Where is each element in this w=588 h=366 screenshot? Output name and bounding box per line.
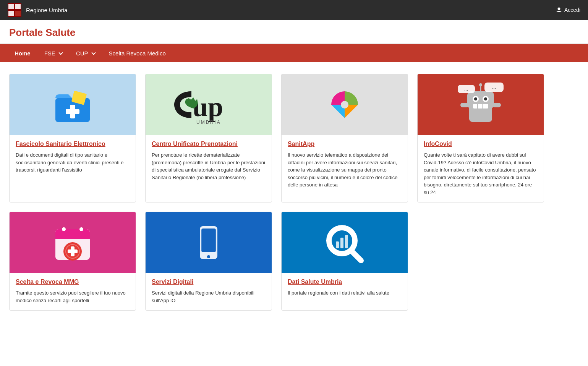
svg-text:...: ...: [464, 86, 468, 92]
svg-line-44: [351, 251, 361, 261]
card-image-cup: up UMBRIA: [146, 74, 272, 135]
card-sanitapp[interactable]: SanitApp Il nuovo servizio telematico a …: [281, 74, 408, 202]
svg-rect-48: [336, 241, 339, 248]
svg-point-34: [79, 227, 83, 231]
svg-point-18: [484, 97, 487, 100]
nav-scelta-revoca[interactable]: Scelta Revoca Medico: [102, 44, 173, 62]
page-title-bar: Portale Salute: [0, 20, 588, 44]
svg-rect-8: [66, 109, 79, 114]
card-mmg[interactable]: Scelta e Revoca MMG Tramite questo servi…: [9, 212, 136, 311]
card-image-mmg: [10, 212, 136, 273]
chevron-down-icon: [91, 50, 96, 55]
card-desc-mmg: Tramite questo servizio puoi scegliere i…: [16, 289, 130, 304]
card-empty: [417, 212, 544, 311]
svg-rect-25: [492, 103, 501, 107]
region-logo: [8, 3, 21, 17]
nav-fse[interactable]: FSE: [37, 44, 69, 62]
cards-row-2: Scelta e Revoca MMG Tramite questo servi…: [9, 212, 544, 311]
svg-point-12: [341, 101, 348, 109]
nav-cup[interactable]: CUP: [69, 44, 102, 62]
topbar: Regione Umbria Accedi: [0, 0, 588, 20]
card-title-sanitapp[interactable]: SanitApp: [288, 141, 402, 147]
card-title-infocovid[interactable]: InfoCovid: [424, 141, 538, 147]
card-fse[interactable]: Fascicolo Sanitario Elettronico Dati e d…: [9, 74, 136, 202]
card-title-servizi[interactable]: Servizi Digitali: [152, 279, 266, 285]
svg-point-33: [62, 227, 66, 231]
svg-rect-49: [340, 238, 343, 248]
svg-rect-24: [460, 103, 469, 107]
cup-icon: up UMBRIA: [170, 84, 247, 126]
card-desc-dati: Il portale regionale con i dati relativi…: [288, 289, 402, 297]
card-body-sanitapp: SanitApp Il nuovo servizio telematico a …: [282, 135, 408, 195]
card-dati[interactable]: Dati Salute Umbria Il portale regionale …: [281, 212, 408, 311]
svg-text:UMBRIA: UMBRIA: [196, 120, 221, 125]
card-body-cup: Centro Unificato Prenotazioni Per prenot…: [146, 135, 272, 187]
svg-rect-3: [8, 11, 14, 16]
user-icon: [556, 7, 562, 13]
svg-rect-32: [55, 235, 90, 239]
svg-rect-40: [201, 228, 216, 252]
main-content: Fascicolo Sanitario Elettronico Dati e d…: [0, 62, 588, 322]
card-body-mmg: Scelta e Revoca MMG Tramite questo servi…: [10, 273, 136, 310]
main-navbar: Home FSE CUP Scelta Revoca Medico: [0, 44, 588, 62]
svg-rect-37: [68, 249, 78, 253]
card-servizi[interactable]: Servizi Digitali Servizi digitali della …: [145, 212, 272, 311]
svg-point-17: [474, 97, 477, 100]
card-desc-sanitapp: Il nuovo servizio telematico a disposizi…: [288, 151, 402, 189]
sanitapp-icon: [320, 84, 369, 126]
card-body-fse: Fascicolo Sanitario Elettronico Dati e d…: [10, 135, 136, 180]
card-desc-fse: Dati e documenti digitali di tipo sanita…: [16, 151, 130, 174]
svg-rect-2: [15, 4, 21, 9]
cards-row-1: Fascicolo Sanitario Elettronico Dati e d…: [9, 74, 544, 202]
card-image-servizi: [146, 212, 272, 273]
svg-text:up: up: [193, 92, 223, 122]
card-cup[interactable]: up UMBRIA Centro Unificato Prenotazioni …: [145, 74, 272, 202]
page-title: Portale Salute: [9, 27, 579, 39]
svg-point-41: [207, 255, 210, 258]
card-title-dati[interactable]: Dati Salute Umbria: [288, 279, 402, 285]
card-infocovid[interactable]: ... ... InfoCovid Quante volte ti sarà c…: [417, 74, 544, 202]
region-name: Regione Umbria: [26, 7, 556, 13]
card-title-mmg[interactable]: Scelta e Revoca MMG: [16, 279, 130, 285]
card-body-dati: Dati Salute Umbria Il portale regionale …: [282, 273, 408, 303]
infocovid-icon: ... ...: [452, 82, 509, 128]
chevron-down-icon: [58, 50, 63, 55]
servizi-icon: [184, 222, 233, 264]
svg-rect-1: [8, 4, 14, 9]
fse-icon: [52, 84, 94, 126]
card-body-servizi: Servizi Digitali Servizi digitali della …: [146, 273, 272, 310]
nav-home[interactable]: Home: [8, 44, 37, 62]
card-image-sanitapp: [282, 74, 408, 135]
card-desc-infocovid: Quante volte ti sarà capitato di avere d…: [424, 151, 538, 196]
svg-rect-4: [15, 11, 21, 16]
card-image-dati: [282, 212, 408, 273]
mmg-icon: [48, 222, 97, 264]
svg-text:...: ...: [492, 84, 496, 90]
svg-point-23: [479, 83, 482, 86]
card-desc-cup: Per prenotare le ricette dematerializzat…: [152, 151, 266, 181]
svg-point-5: [557, 8, 560, 10]
card-image-fse: [10, 74, 136, 135]
svg-rect-50: [345, 235, 348, 248]
card-title-fse[interactable]: Fascicolo Sanitario Elettronico: [16, 141, 130, 147]
card-image-infocovid: ... ...: [418, 74, 544, 135]
login-button[interactable]: Accedi: [556, 7, 580, 13]
card-body-infocovid: InfoCovid Quante volte ti sarà capitato …: [418, 135, 544, 202]
dati-icon: [320, 222, 369, 264]
card-desc-servizi: Servizi digitali della Regione Umbria di…: [152, 289, 266, 304]
login-label: Accedi: [564, 7, 580, 13]
card-title-cup[interactable]: Centro Unificato Prenotazioni: [152, 141, 266, 147]
svg-rect-19: [473, 104, 488, 109]
